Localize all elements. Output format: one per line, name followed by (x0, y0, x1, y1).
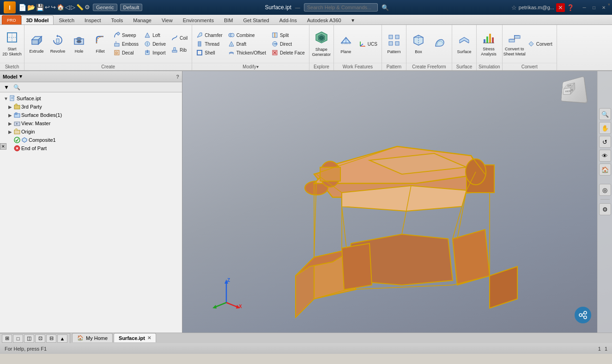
tree-item-surface-ipt[interactable]: ▼ Surface.ipt (2, 94, 180, 103)
undo-btn[interactable]: ↩ (45, 4, 50, 11)
modify-group-label[interactable]: Modify ▾ (192, 63, 309, 70)
tab-add-ins[interactable]: Add-Ins (274, 15, 302, 24)
hole-btn[interactable]: Hole (69, 30, 89, 57)
loft-btn[interactable]: Loft (142, 31, 168, 39)
thread-btn[interactable]: Thread (194, 40, 224, 48)
home-view-btn[interactable]: 🏠 (599, 164, 611, 176)
tab-bim[interactable]: BIM (219, 15, 238, 24)
chamfer-btn[interactable]: Chamfer (194, 31, 224, 39)
draft-btn[interactable]: Draft (226, 40, 268, 48)
ucs-btn[interactable]: UCS (357, 40, 380, 48)
look-at-btn[interactable]: 👁 (599, 150, 611, 162)
tab-pro[interactable]: PRO (2, 15, 21, 24)
minimize-btn[interactable]: ─ (580, 3, 589, 12)
options-btn[interactable]: ⚙ (85, 4, 90, 11)
tree-item-view-master[interactable]: ▶ View: Master (2, 119, 180, 127)
viewcube[interactable]: FRONT TOP R (559, 78, 587, 106)
extrude-btn[interactable]: Extrude (26, 30, 47, 57)
tab-3d-model[interactable]: 3D Model (21, 15, 54, 24)
zoom-btn[interactable]: 🔍 (599, 108, 611, 120)
sweep-btn[interactable]: Sweep (111, 31, 141, 39)
tab-environments[interactable]: Environments (178, 15, 219, 24)
open-btn[interactable]: 📂 (27, 4, 35, 11)
project-selector[interactable]: Default (120, 4, 143, 11)
rib-btn[interactable]: Rib (169, 46, 190, 54)
new-btn[interactable]: 📄 (18, 4, 26, 11)
measure-btn[interactable]: 📏 (76, 4, 84, 11)
convert-btn-sm[interactable]: Convert (526, 40, 555, 48)
emboss-btn[interactable]: A Emboss (111, 40, 141, 48)
tree-item-end-of-part[interactable]: End of Part (2, 144, 180, 152)
convert-to-sheet-metal-btn[interactable]: Convert toSheet Metal (504, 30, 525, 57)
split-btn[interactable]: Split (269, 31, 307, 39)
viewcube-box[interactable]: FRONT TOP R (561, 76, 588, 103)
import-btn[interactable]: Import (142, 49, 168, 57)
tab-tools[interactable]: Tools (106, 15, 128, 24)
close-account-btn[interactable]: ✕ (556, 3, 565, 12)
search-input[interactable] (304, 3, 378, 12)
panel-close-btn[interactable]: ✕ (0, 143, 6, 150)
nav-settings-btn[interactable]: ⚙ (599, 203, 611, 215)
coil-btn[interactable]: Coil (169, 34, 190, 42)
app-logo[interactable]: I (4, 1, 16, 13)
tab-extras[interactable]: ▾ (346, 15, 359, 24)
tab-view[interactable]: View (157, 15, 178, 24)
combine-btn[interactable]: Combine (226, 31, 268, 39)
3d-viewport[interactable]: FRONT TOP R (182, 71, 612, 333)
vp-btn-up[interactable]: ▲ (57, 334, 67, 343)
orbit-btn[interactable]: ↺ (599, 136, 611, 148)
surface-btn[interactable]: Surface (454, 30, 474, 57)
freeform-btn2[interactable] (430, 30, 450, 57)
tab-manage[interactable]: Manage (128, 15, 157, 24)
plane-btn[interactable]: Plane (336, 30, 356, 57)
panel-search-btn[interactable]: 🔍 (12, 83, 21, 91)
pan-btn[interactable]: ✋ (599, 122, 611, 134)
pattern-btn[interactable]: Pattern (384, 30, 404, 57)
delete-face-btn[interactable]: Delete Face (269, 49, 307, 57)
shape-generator-btn[interactable]: ShapeGenerator (311, 30, 332, 57)
tab-inspect[interactable]: Inspect (79, 15, 106, 24)
decal-btn[interactable]: D Decal (111, 49, 141, 57)
tab-get-started[interactable]: Get Started (238, 15, 274, 24)
tab-a360[interactable]: Autodesk A360 (302, 15, 346, 24)
user-profile[interactable]: petrikas.m@g... (519, 5, 554, 10)
model-panel-help[interactable]: ? (176, 74, 179, 79)
bookmark-btn[interactable]: ☆ (511, 4, 517, 11)
profile-selector[interactable]: Generic (93, 4, 117, 11)
window-close-btn[interactable]: ✕ (599, 3, 608, 12)
maximize-btn[interactable]: □ (589, 3, 599, 12)
home-btn[interactable]: 🏠 (57, 4, 64, 11)
thicken-btn[interactable]: Thicken/Offset (226, 49, 268, 57)
redo-btn[interactable]: ↪ (51, 4, 56, 11)
tree-item-composite1[interactable]: Composite1 (2, 136, 180, 144)
share-btn[interactable] (575, 307, 591, 323)
help-btn[interactable]: ❓ (567, 4, 574, 11)
shell-btn[interactable]: Shell (194, 49, 224, 57)
vp-btn-3[interactable]: ◫ (24, 334, 34, 343)
search-icon[interactable]: 🔍 (382, 4, 389, 11)
fillet-btn[interactable]: Fillet (90, 30, 110, 57)
stress-analysis-btn[interactable]: StressAnalysis (479, 30, 499, 57)
tree-item-origin[interactable]: ▶ Origin (2, 127, 180, 136)
model-panel-dropdown[interactable]: ▾ (19, 73, 22, 79)
home-tab[interactable]: 🏠 My Home (72, 333, 113, 342)
surface-ipt-tab[interactable]: Surface.ipt ✕ (114, 333, 156, 342)
tree-item-3rd-party[interactable]: ▶ 3rd Party (2, 103, 180, 111)
start-2d-sketch-btn[interactable]: Start2D Sketch (2, 30, 22, 57)
full-nav-wheel-btn[interactable]: ◎ (599, 184, 611, 196)
direct-btn[interactable]: Direct (269, 40, 307, 48)
back-btn[interactable]: ◁ (65, 4, 70, 11)
revolve-btn[interactable]: Revolve (48, 30, 68, 57)
panel-filter-btn[interactable]: ▼ (2, 83, 11, 91)
surface-tab-close[interactable]: ✕ (147, 335, 151, 340)
forward-btn[interactable]: ▷ (71, 4, 75, 11)
derive-btn[interactable]: Derive (142, 40, 168, 48)
vp-btn-2[interactable]: □ (13, 334, 23, 343)
vp-btn-1[interactable]: ⊞ (2, 334, 12, 343)
vp-btn-4[interactable]: ⊡ (35, 334, 45, 343)
save-btn[interactable]: 💾 (36, 4, 44, 11)
convert-dropdown[interactable]: ▾ (608, 2, 610, 7)
tab-sketch[interactable]: Sketch (54, 15, 79, 24)
box-btn[interactable]: Box (408, 30, 429, 57)
tree-item-surface-bodies[interactable]: ▶ Surface Bodies(1) (2, 111, 180, 119)
